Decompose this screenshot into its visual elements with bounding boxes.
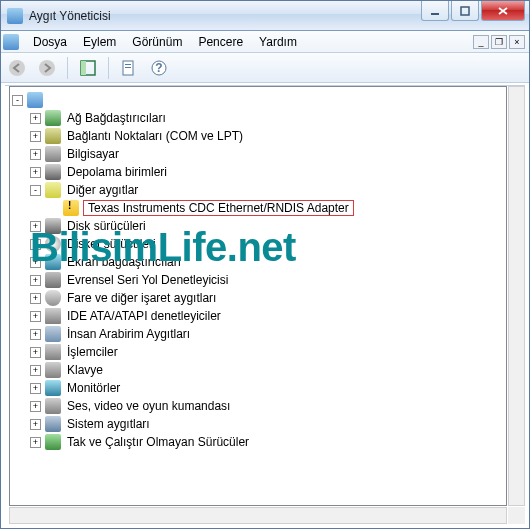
expander[interactable]: + <box>30 311 41 322</box>
device-label: Evrensel Seri Yol Denetleyicisi <box>65 273 230 287</box>
expander[interactable]: + <box>30 329 41 340</box>
expander[interactable]: - <box>30 185 41 196</box>
expander[interactable]: + <box>30 419 41 430</box>
back-button[interactable] <box>7 58 27 78</box>
expander[interactable]: + <box>30 131 41 142</box>
tree-row[interactable]: +İşlemciler <box>12 343 506 361</box>
expander[interactable]: - <box>12 95 23 106</box>
tree-row[interactable]: +Disk sürücüleri <box>12 217 506 235</box>
device-icon <box>45 416 61 432</box>
help-icon: ? <box>150 59 168 77</box>
device-icon <box>45 290 61 306</box>
tree-row[interactable]: +İnsan Arabirim Aygıtları <box>12 325 506 343</box>
device-label: İşlemciler <box>65 345 120 359</box>
device-icon <box>45 146 61 162</box>
menu-action[interactable]: Eylem <box>75 33 124 51</box>
tree-row[interactable]: +Ağ Bağdaştırıcıları <box>12 109 506 127</box>
device-tree[interactable]: -+Ağ Bağdaştırıcıları+Bağlantı Noktaları… <box>10 87 506 455</box>
tree-row[interactable]: +Ekran bağdaştırıcıları <box>12 253 506 271</box>
forward-button[interactable] <box>37 58 57 78</box>
separator <box>67 57 68 79</box>
properties-button[interactable] <box>119 58 139 78</box>
device-label: Fare ve diğer işaret aygıtları <box>65 291 218 305</box>
tree-row[interactable]: -Diğer aygıtlar <box>12 181 506 199</box>
help-button[interactable]: ? <box>149 58 169 78</box>
device-icon <box>45 110 61 126</box>
tree-row[interactable]: Texas Instruments CDC Ethernet/RNDIS Ada… <box>12 199 506 217</box>
tree-row[interactable]: +Bağlantı Noktaları (COM ve LPT) <box>12 127 506 145</box>
menu-view[interactable]: Görünüm <box>124 33 190 51</box>
device-icon <box>45 218 61 234</box>
device-label: Depolama birimleri <box>65 165 169 179</box>
expander[interactable]: + <box>30 113 41 124</box>
svg-rect-0 <box>431 13 439 15</box>
device-label: Ses, video ve oyun kumandası <box>65 399 232 413</box>
expander[interactable]: + <box>30 365 41 376</box>
svg-rect-7 <box>125 64 131 65</box>
horizontal-scrollbar[interactable] <box>9 507 507 524</box>
maximize-icon <box>460 6 470 16</box>
device-label: Disket sürücüleri <box>65 237 158 251</box>
expander-spacer <box>48 203 59 214</box>
tree-row[interactable]: +Tak ve Çalıştır Olmayan Sürücüler <box>12 433 506 451</box>
svg-rect-8 <box>125 67 131 68</box>
device-label: Disk sürücüleri <box>65 219 148 233</box>
device-label: Bağlantı Noktaları (COM ve LPT) <box>65 129 245 143</box>
mdi-minimize-button[interactable]: _ <box>473 35 489 49</box>
device-label: Ağ Bağdaştırıcıları <box>65 111 168 125</box>
expander[interactable]: + <box>30 401 41 412</box>
tree-row[interactable]: +Klavye <box>12 361 506 379</box>
mdi-restore-button[interactable]: ❐ <box>491 35 507 49</box>
back-icon <box>8 59 26 77</box>
tree-row[interactable]: +Ses, video ve oyun kumandası <box>12 397 506 415</box>
device-icon <box>45 182 61 198</box>
expander[interactable]: + <box>30 347 41 358</box>
expander[interactable]: + <box>30 239 41 250</box>
tree-row[interactable]: +Disket sürücüleri <box>12 235 506 253</box>
close-button[interactable] <box>481 1 525 21</box>
tree-row[interactable]: +Depolama birimleri <box>12 163 506 181</box>
client-area: BilisimLife.net -+Ağ Bağdaştırıcıları+Ba… <box>5 85 525 524</box>
svg-rect-5 <box>81 61 86 75</box>
expander[interactable]: + <box>30 293 41 304</box>
device-icon <box>45 434 61 450</box>
vertical-scrollbar[interactable] <box>508 86 525 506</box>
device-icon <box>45 362 61 378</box>
menubar: Dosya Eylem Görünüm Pencere Yardım _ ❐ × <box>1 31 529 53</box>
menubar-icon <box>3 34 19 50</box>
expander[interactable]: + <box>30 383 41 394</box>
expander[interactable]: + <box>30 167 41 178</box>
tree-row[interactable]: +Bilgisayar <box>12 145 506 163</box>
tree-row[interactable]: +Evrensel Seri Yol Denetleyicisi <box>12 271 506 289</box>
tree-row[interactable]: +Monitörler <box>12 379 506 397</box>
device-label: Ekran bağdaştırıcıları <box>65 255 183 269</box>
device-label: Bilgisayar <box>65 147 121 161</box>
device-label: IDE ATA/ATAPI denetleyiciler <box>65 309 223 323</box>
menu-file[interactable]: Dosya <box>25 33 75 51</box>
tree-row[interactable]: +IDE ATA/ATAPI denetleyiciler <box>12 307 506 325</box>
show-hide-tree-button[interactable] <box>78 58 98 78</box>
minimize-icon <box>430 6 440 16</box>
expander[interactable]: + <box>30 437 41 448</box>
device-icon <box>45 272 61 288</box>
mdi-close-button[interactable]: × <box>509 35 525 49</box>
maximize-button[interactable] <box>451 1 479 21</box>
forward-icon <box>38 59 56 77</box>
device-label: İnsan Arabirim Aygıtları <box>65 327 192 341</box>
expander[interactable]: + <box>30 275 41 286</box>
expander[interactable]: + <box>30 257 41 268</box>
expander[interactable]: + <box>30 149 41 160</box>
tree-row[interactable]: - <box>12 91 506 109</box>
expander[interactable]: + <box>30 221 41 232</box>
menu-window[interactable]: Pencere <box>190 33 251 51</box>
minimize-button[interactable] <box>421 1 449 21</box>
titlebar[interactable]: Aygıt Yöneticisi <box>1 1 529 31</box>
menu-help[interactable]: Yardım <box>251 33 305 51</box>
svg-rect-1 <box>461 7 469 15</box>
tree-row[interactable]: +Sistem aygıtları <box>12 415 506 433</box>
device-icon <box>45 398 61 414</box>
device-icon <box>45 326 61 342</box>
tree-icon <box>79 59 97 77</box>
tree-row[interactable]: +Fare ve diğer işaret aygıtları <box>12 289 506 307</box>
device-icon <box>45 164 61 180</box>
